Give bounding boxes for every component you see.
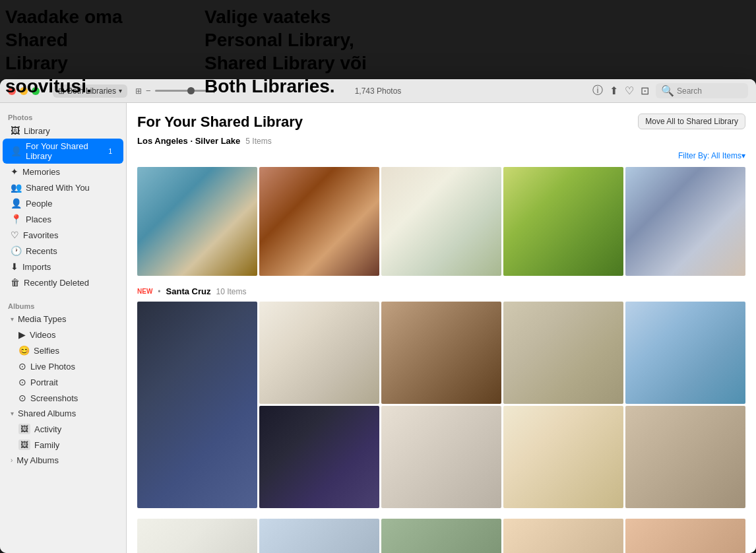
page-title: For Your Shared Library [137,114,303,131]
sidebar-label-media-types: Media Types [18,314,66,324]
shared-library-icon: 👤 [11,146,22,156]
sidebar-label-library: Library [24,126,50,136]
sidebar-item-memories[interactable]: ✦ Memories [3,164,123,179]
section-count-la: 5 Items [245,137,271,146]
photo-cell-7[interactable] [259,302,379,404]
sidebar-item-media-types[interactable]: ▾ Media Types [3,311,123,327]
sidebar-label-my-albums: My Albums [16,455,59,465]
sidebar-label-places: Places [26,214,51,224]
filter-bar[interactable]: Filter By: All Items ▾ [137,151,745,160]
sidebar-label-memories: Memories [22,167,60,177]
sidebar-label-favorites: Favorites [23,230,58,240]
photo-cell-16[interactable] [259,519,379,553]
chevron-down-icon-media: ▾ [11,315,14,323]
videos-icon: ▶ [18,329,26,340]
photo-cell-1[interactable] [137,167,257,276]
sidebar-label-shared-albums: Shared Albums [18,408,76,418]
zoom-icon: ⊞ [135,86,142,96]
imports-icon: ⬇ [11,261,18,272]
info-icon[interactable]: ⓘ [592,84,603,98]
library-switcher[interactable]: ⊞ Both Libraries ▾ [53,84,127,98]
live-photos-icon: ⊙ [18,361,26,372]
photo-cell-17[interactable] [381,519,501,553]
sidebar-item-places[interactable]: 📍 Places [3,211,123,227]
share-icon[interactable]: ⬆ [610,84,618,97]
sidebar-item-recents[interactable]: 🕐 Recents [3,243,123,259]
photo-cell-19[interactable] [625,519,745,553]
sidebar-item-my-albums[interactable]: › My Albums [3,453,123,468]
photo-cell-15[interactable] [137,519,257,553]
favorites-icon: ♡ [11,230,19,240]
main-content: For Your Shared Library Move All to Shar… [127,103,756,553]
close-button[interactable] [8,87,16,95]
sidebar-item-portrait[interactable]: ⊙ Portrait [3,374,123,390]
zoom-thumb [187,87,195,94]
zoom-plus[interactable]: + [212,86,217,96]
sidebar-label-for-shared-library: For Your Shared Library [26,141,101,161]
photo-cell-14[interactable] [625,406,745,508]
sidebar-item-selfies[interactable]: 😊 Selfies [3,342,123,358]
photo-cell-4[interactable] [503,167,623,276]
portrait-icon: ⊙ [18,377,26,387]
section-count-sc: 10 Items [216,287,246,296]
zoom-minus[interactable]: − [146,86,151,96]
chevron-down-icon-shared: ▾ [11,410,14,417]
screenshots-icon: ⊙ [18,393,26,403]
minimize-button[interactable] [20,87,28,95]
heart-icon[interactable]: ♡ [625,84,634,97]
chevron-down-icon: ▾ [119,87,122,94]
sidebar-item-live-photos[interactable]: ⊙ Live Photos [3,358,123,374]
toolbar-right: ⓘ ⬆ ♡ ⊡ 🔍 [592,83,748,98]
sidebar-item-shared-albums[interactable]: ▾ Shared Albums [3,406,123,421]
sidebar-label-recently-deleted: Recently Deleted [24,278,89,288]
sidebar-item-imports[interactable]: ⬇ Imports [3,259,123,275]
photo-count: 1,743 Photos [355,86,402,96]
photo-grid-section2 [137,302,745,508]
sidebar-label-portrait: Portrait [30,377,58,387]
sidebar-item-favorites[interactable]: ♡ Favorites [3,227,123,243]
move-all-button[interactable]: Move All to Shared Library [638,114,745,129]
sidebar-item-screenshots[interactable]: ⊙ Screenshots [3,390,123,406]
photo-cell-2[interactable] [259,167,379,276]
photo-cell-18[interactable] [503,519,623,553]
sidebar-item-library[interactable]: 🖼 Library [3,123,123,139]
chevron-down-icon-filter: ▾ [741,151,745,160]
places-icon: 📍 [11,214,22,224]
rotate-icon[interactable]: ⊡ [641,84,649,97]
photo-cell-9[interactable] [503,302,623,404]
sidebar-label-screenshots: Screenshots [30,393,78,403]
sidebar-item-activity[interactable]: 🖼 Activity [3,421,123,437]
albums-section-label: Albums [0,297,126,311]
photo-cell-6[interactable] [137,302,257,508]
search-bar[interactable]: 🔍 [656,83,748,98]
photo-cell-8[interactable] [381,302,501,404]
section-dot: • [158,287,160,296]
sidebar-label-activity: Activity [34,424,61,434]
sidebar-item-for-shared-library[interactable]: 👤 For Your Shared Library 1 [3,139,123,164]
photo-cell-5[interactable] [625,167,745,276]
sidebar-item-family[interactable]: 🖼 Family [3,437,123,453]
recents-icon: 🕐 [11,245,22,256]
photo-grid-section3 [137,519,745,553]
family-icon: 🖼 [18,439,30,450]
photo-cell-10[interactable] [625,302,745,404]
search-input[interactable] [677,86,743,96]
photo-cell-12[interactable] [381,406,501,508]
section-location-la: Los Angeles · Silver Lake [137,136,240,146]
fullscreen-button[interactable] [32,87,40,95]
section-new-badge: NEW [137,288,152,295]
photo-cell-11[interactable] [259,406,379,508]
sidebar-label-people: People [26,199,52,209]
sidebar-item-videos[interactable]: ▶ Videos [3,327,123,342]
photo-cell-13[interactable] [503,406,623,508]
content-area: Photos 🖼 Library 👤 For Your Shared Libra… [0,103,756,553]
zoom-slider[interactable] [155,90,208,92]
section-location-sc: Santa Cruz [166,286,211,296]
photo-cell-3[interactable] [381,167,501,276]
sidebar-label-family: Family [34,440,59,450]
sidebar-item-recently-deleted[interactable]: 🗑 Recently Deleted [3,275,123,290]
memories-icon: ✦ [11,166,18,177]
sidebar-item-shared-with-you[interactable]: 👥 Shared With You [3,179,123,195]
zoom-control: ⊞ − + [135,86,216,96]
sidebar-item-people[interactable]: 👤 People [3,195,123,211]
